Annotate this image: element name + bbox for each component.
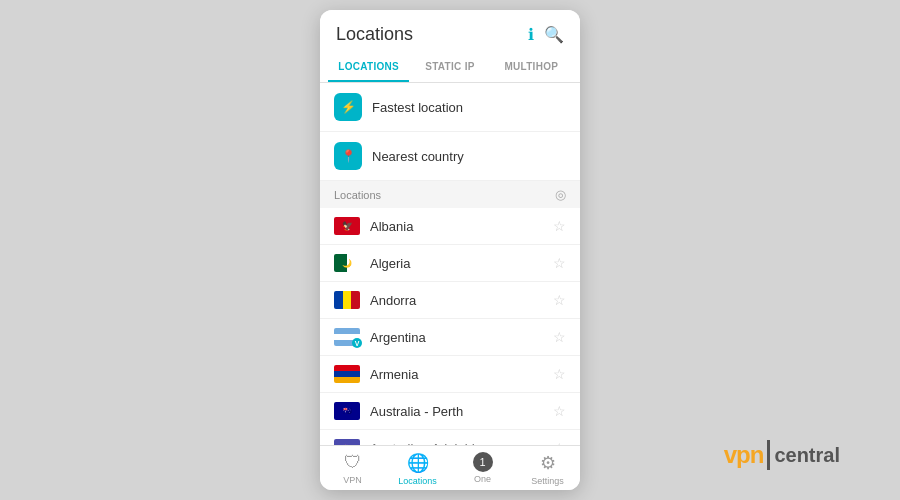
- tab-static-ip[interactable]: STATIC IP: [409, 53, 490, 82]
- flag-albania: 🦅: [334, 217, 360, 235]
- flag-australia-adelaide: 🇦🇺: [334, 439, 360, 445]
- fastest-icon: ⚡: [334, 93, 362, 121]
- nearest-country-item[interactable]: 📍 Nearest country: [320, 132, 580, 181]
- nav-settings[interactable]: ⚙ Settings: [515, 452, 580, 486]
- favorite-icon[interactable]: ☆: [553, 329, 566, 345]
- country-armenia[interactable]: Armenia ☆: [320, 356, 580, 393]
- search-icon[interactable]: 🔍: [544, 25, 564, 44]
- locations-icon: 🌐: [407, 452, 429, 474]
- flag-andorra: [334, 291, 360, 309]
- flag-australia-perth: 🇦🇺: [334, 402, 360, 420]
- section-title: Locations: [334, 189, 381, 201]
- country-argentina[interactable]: V Argentina ☆: [320, 319, 580, 356]
- multihop-badge: V: [352, 338, 362, 348]
- country-australia-adelaide[interactable]: 🇦🇺 Australia - Adelaide ☆: [320, 430, 580, 445]
- country-albania[interactable]: 🦅 Albania ☆: [320, 208, 580, 245]
- brand-central: central: [774, 444, 840, 467]
- nav-one[interactable]: 1 One: [450, 452, 515, 486]
- tab-locations[interactable]: LOCATIONS: [328, 53, 409, 82]
- favorite-icon[interactable]: ☆: [553, 366, 566, 382]
- nav-settings-label: Settings: [531, 476, 564, 486]
- nearest-label: Nearest country: [372, 149, 464, 164]
- nearest-icon: 📍: [334, 142, 362, 170]
- flag-armenia: [334, 365, 360, 383]
- country-name: Argentina: [370, 330, 543, 345]
- nav-vpn-label: VPN: [343, 475, 362, 485]
- nav-one-label: One: [474, 474, 491, 484]
- app-header: Locations ℹ 🔍: [320, 10, 580, 53]
- favorite-icon[interactable]: ☆: [553, 403, 566, 419]
- favorite-icon[interactable]: ☆: [553, 440, 566, 445]
- brand-watermark: vpn central: [724, 440, 840, 470]
- locations-section-header: Locations ◎: [320, 181, 580, 208]
- tab-multihop[interactable]: MULTIHOP: [491, 53, 572, 82]
- country-name: Armenia: [370, 367, 543, 382]
- brand-vpn: vpn: [724, 441, 764, 469]
- country-name: Albania: [370, 219, 543, 234]
- app-container: Locations ℹ 🔍 LOCATIONS STATIC IP MULTIH…: [320, 10, 580, 490]
- fastest-label: Fastest location: [372, 100, 463, 115]
- vpn-icon: 🛡: [344, 452, 362, 473]
- country-andorra[interactable]: Andorra ☆: [320, 282, 580, 319]
- bottom-navigation: 🛡 VPN 🌐 Locations 1 One ⚙ Settings: [320, 445, 580, 490]
- favorite-icon[interactable]: ☆: [553, 218, 566, 234]
- tab-bar: LOCATIONS STATIC IP MULTIHOP: [320, 53, 580, 83]
- header-actions: ℹ 🔍: [528, 25, 564, 44]
- country-name: Australia - Perth: [370, 404, 543, 419]
- brand-divider: [767, 440, 770, 470]
- country-algeria[interactable]: 🌙 Algeria ☆: [320, 245, 580, 282]
- sort-icon[interactable]: ◎: [555, 187, 566, 202]
- nav-vpn[interactable]: 🛡 VPN: [320, 452, 385, 486]
- favorite-icon[interactable]: ☆: [553, 255, 566, 271]
- country-name: Andorra: [370, 293, 543, 308]
- country-australia-perth[interactable]: 🇦🇺 Australia - Perth ☆: [320, 393, 580, 430]
- country-name: Algeria: [370, 256, 543, 271]
- one-icon: 1: [473, 452, 493, 472]
- info-icon[interactable]: ℹ: [528, 25, 534, 44]
- settings-icon: ⚙: [540, 452, 556, 474]
- nav-locations[interactable]: 🌐 Locations: [385, 452, 450, 486]
- flag-algeria: 🌙: [334, 254, 360, 272]
- fastest-location-item[interactable]: ⚡ Fastest location: [320, 83, 580, 132]
- page-title: Locations: [336, 24, 413, 45]
- nav-locations-label: Locations: [398, 476, 437, 486]
- content-area: ⚡ Fastest location 📍 Nearest country Loc…: [320, 83, 580, 445]
- favorite-icon[interactable]: ☆: [553, 292, 566, 308]
- country-name: Australia - Adelaide: [370, 441, 543, 446]
